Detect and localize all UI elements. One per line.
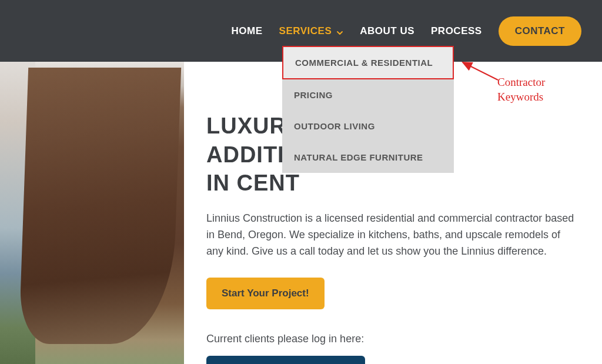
annotation-line1: Contractor bbox=[497, 75, 545, 90]
dropdown-item-outdoor-living[interactable]: OUTDOOR LIVING bbox=[282, 111, 454, 142]
dropdown-item-commercial-residential[interactable]: COMMERCIAL & RESIDENTIAL bbox=[282, 46, 454, 79]
dropdown-item-pricing[interactable]: PRICING bbox=[282, 79, 454, 111]
dropdown-item-natural-edge[interactable]: NATURAL EDGE FURNITURE bbox=[282, 142, 454, 173]
annotation-line2: Keywords bbox=[497, 90, 545, 105]
heading-part3: IN CENT bbox=[206, 171, 300, 195]
nav-services-label: SERVICES bbox=[279, 25, 332, 37]
nav-home[interactable]: HOME bbox=[232, 25, 263, 37]
login-prompt: Current clients please log in here: bbox=[206, 333, 578, 345]
buildertrend-login-button[interactable]: BUILDERTREND LOGIN bbox=[206, 356, 365, 364]
nav-services[interactable]: SERVICES bbox=[279, 25, 344, 37]
nav-process[interactable]: PROCESS bbox=[431, 25, 482, 37]
intro-paragraph: Linnius Construction is a licensed resid… bbox=[206, 211, 578, 260]
annotation-label: Contractor Keywords bbox=[497, 75, 545, 104]
start-project-button[interactable]: Start Your Project! bbox=[206, 278, 325, 309]
contact-button[interactable]: CONTACT bbox=[499, 16, 581, 46]
svg-line-1 bbox=[463, 62, 498, 80]
hero-image bbox=[0, 62, 184, 364]
services-dropdown: COMMERCIAL & RESIDENTIAL PRICING OUTDOOR… bbox=[282, 46, 454, 173]
nav-about[interactable]: ABOUT US bbox=[360, 25, 414, 37]
chevron-down-icon bbox=[336, 28, 343, 35]
